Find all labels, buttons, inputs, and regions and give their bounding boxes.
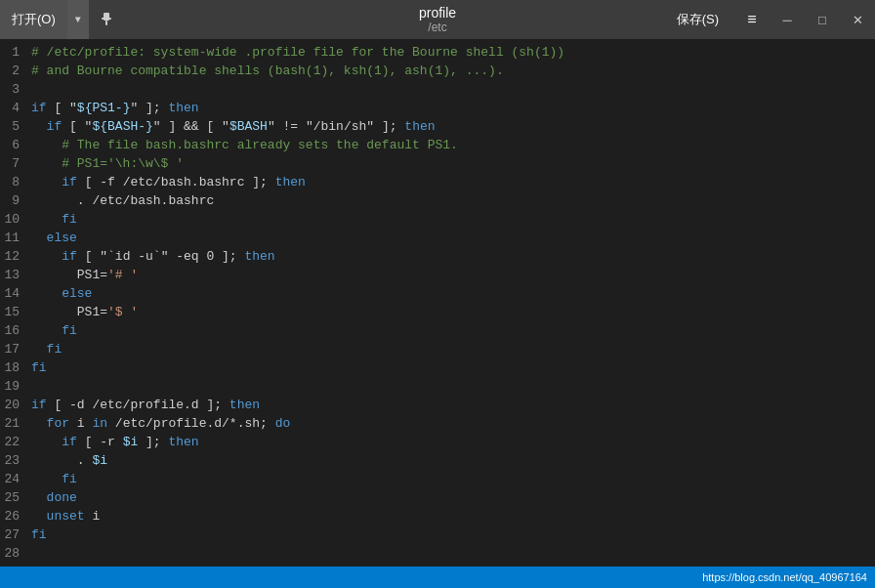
line-content: done: [31, 488, 875, 507]
line-content: else: [31, 284, 875, 303]
line-number: 23: [0, 451, 31, 470]
title-bar: 打开(O) ▼ profile /etc 保存(S) ≡ ─ □ ✕: [0, 0, 875, 39]
status-text: https://blog.csdn.net/qq_40967164: [702, 571, 867, 583]
line-number: 21: [0, 414, 31, 433]
code-line: 8 if [ -f /etc/bash.bashrc ]; then: [0, 173, 875, 191]
line-content: for i in /etc/profile.d/*.sh; do: [31, 414, 875, 433]
line-number: 27: [0, 525, 31, 544]
code-line: 14 else: [0, 284, 875, 303]
code-line: 6 # The file bash.bashrc already sets th…: [0, 136, 875, 154]
code-line: 24 fi: [0, 470, 875, 488]
window-controls: ─ □ ✕: [770, 0, 875, 39]
line-number: 13: [0, 266, 31, 284]
code-line: 2# and Bourne compatible shells (bash(1)…: [0, 62, 875, 80]
line-number: 8: [0, 173, 31, 191]
code-line: 9 . /etc/bash.bashrc: [0, 191, 875, 210]
line-number: 15: [0, 303, 31, 321]
line-number: 18: [0, 358, 31, 377]
line-content: if [ -f /etc/bash.bashrc ]; then: [31, 173, 875, 191]
line-content: . /etc/bash.bashrc: [31, 191, 875, 210]
line-content: # and Bourne compatible shells (bash(1),…: [31, 62, 875, 80]
line-content: fi: [31, 358, 875, 377]
line-number: 24: [0, 470, 31, 488]
code-line: 27fi: [0, 525, 875, 544]
line-content: . $i: [31, 451, 875, 470]
line-content: fi: [31, 321, 875, 340]
code-line: 26 unset i: [0, 507, 875, 525]
line-number: 26: [0, 507, 31, 525]
line-content: if [ "`id -u`" -eq 0 ]; then: [31, 247, 875, 266]
save-button[interactable]: 保存(S): [661, 0, 734, 39]
file-path: /etc: [419, 21, 456, 34]
maximize-button[interactable]: □: [805, 0, 840, 39]
open-button[interactable]: 打开(O): [0, 0, 67, 39]
line-number: 16: [0, 321, 31, 340]
line-number: 11: [0, 229, 31, 247]
line-number: 1: [0, 43, 31, 62]
line-content: PS1='$ ': [31, 303, 875, 321]
line-content: unset i: [31, 507, 875, 525]
line-number: 12: [0, 247, 31, 266]
line-content: fi: [31, 340, 875, 358]
status-bar: https://blog.csdn.net/qq_40967164: [0, 567, 875, 588]
code-area[interactable]: 1# /etc/profile: system-wide .profile fi…: [0, 39, 875, 567]
line-number: 22: [0, 433, 31, 451]
code-line: 17 fi: [0, 340, 875, 358]
line-number: 5: [0, 117, 31, 136]
svg-rect-1: [105, 21, 107, 25]
line-content: if [ "${BASH-}" ] && [ "$BASH" != "/bin/…: [31, 117, 875, 136]
line-number: 6: [0, 136, 31, 154]
file-title: profile: [419, 5, 456, 21]
close-button[interactable]: ✕: [840, 0, 875, 39]
line-content: fi: [31, 525, 875, 544]
line-number: 10: [0, 210, 31, 229]
line-content: fi: [31, 210, 875, 229]
line-content: fi: [31, 470, 875, 488]
code-line: 25 done: [0, 488, 875, 507]
line-number: 7: [0, 154, 31, 173]
line-content: PS1='# ': [31, 266, 875, 284]
title-bar-left: 打开(O) ▼: [0, 0, 124, 39]
line-number: 2: [0, 62, 31, 80]
minimize-button[interactable]: ─: [770, 0, 805, 39]
line-content: if [ -r $i ]; then: [31, 433, 875, 451]
code-line: 28: [0, 544, 875, 563]
code-line: 11 else: [0, 229, 875, 247]
code-line: 22 if [ -r $i ]; then: [0, 433, 875, 451]
code-line: 23 . $i: [0, 451, 875, 470]
code-line: 7 # PS1='\h:\w\$ ': [0, 154, 875, 173]
code-line: 21 for i in /etc/profile.d/*.sh; do: [0, 414, 875, 433]
svg-rect-2: [102, 18, 111, 20]
line-number: 20: [0, 396, 31, 414]
pin-button[interactable]: [89, 0, 124, 39]
code-line: 18fi: [0, 358, 875, 377]
code-line: 1# /etc/profile: system-wide .profile fi…: [0, 43, 875, 62]
code-line: 16 fi: [0, 321, 875, 340]
line-number: 28: [0, 544, 31, 563]
code-line: 15 PS1='$ ': [0, 303, 875, 321]
code-line: 13 PS1='# ': [0, 266, 875, 284]
line-number: 17: [0, 340, 31, 358]
line-number: 25: [0, 488, 31, 507]
line-number: 3: [0, 80, 31, 99]
pin-icon: [99, 12, 114, 27]
line-content: # PS1='\h:\w\$ ': [31, 154, 875, 173]
line-content: if [ -d /etc/profile.d ]; then: [31, 396, 875, 414]
line-content: if [ "${PS1-}" ]; then: [31, 99, 875, 117]
line-number: 19: [0, 377, 31, 396]
code-line: 19: [0, 377, 875, 396]
menu-button[interactable]: ≡: [734, 0, 770, 39]
line-number: 4: [0, 99, 31, 117]
line-content: # /etc/profile: system-wide .profile fil…: [31, 43, 875, 62]
title-bar-right: 保存(S) ≡ ─ □ ✕: [661, 0, 875, 39]
title-center: profile /etc: [419, 5, 456, 34]
dropdown-arrow[interactable]: ▼: [67, 0, 89, 39]
line-number: 14: [0, 284, 31, 303]
code-line: 20if [ -d /etc/profile.d ]; then: [0, 396, 875, 414]
code-line: 10 fi: [0, 210, 875, 229]
code-line: 4if [ "${PS1-}" ]; then: [0, 99, 875, 117]
editor: 1# /etc/profile: system-wide .profile fi…: [0, 39, 875, 567]
code-line: 5 if [ "${BASH-}" ] && [ "$BASH" != "/bi…: [0, 117, 875, 136]
line-number: 9: [0, 191, 31, 210]
code-line: 3: [0, 80, 875, 99]
